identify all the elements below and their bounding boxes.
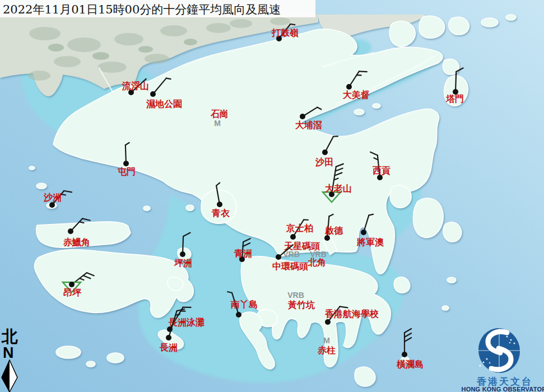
wind-barb-tick-half [290, 24, 295, 25]
station-dot [123, 161, 129, 166]
station-label-tsing-yi: 青衣 [211, 208, 230, 218]
station-label-tai-po-kau: 大埔滘 [295, 120, 322, 130]
station-dot [361, 230, 366, 235]
hko-logo-chinese: 香港天文台 [476, 376, 533, 387]
station-dot [322, 150, 328, 155]
station-label-kings-park: 京士柏 [286, 223, 313, 234]
station-label-hk-sea-school: 香港航海學校 [324, 309, 379, 319]
title-bar: 2022年11月01日15時00分的十分鐘平均風向及風速 [0, 0, 315, 17]
station-marker-vrb: VRB [287, 291, 304, 300]
station-label-green-island: 青洲 [234, 248, 252, 259]
station-label-chek-lap-kok: 赤鱲角 [63, 237, 90, 248]
station-label-lau-fau-shan: 流浮山 [122, 81, 149, 91]
station-label-peng-chau: 坪洲 [174, 258, 192, 268]
station-label-cheung-chau: 長洲 [159, 342, 178, 353]
station-label-wetland-park: 濕地公園 [146, 99, 182, 109]
station-label-kai-tak: 啟德 [324, 225, 343, 236]
station-dot [69, 282, 75, 287]
station-dot [180, 251, 185, 257]
landmass-tung-lung [394, 277, 410, 293]
compass-north-letter: N [3, 344, 14, 361]
station-marker-m: M [323, 336, 330, 345]
station-dot [324, 235, 330, 241]
station-dot [236, 312, 241, 318]
station-label-sha-chau: 沙洲 [43, 192, 62, 203]
hk-wind-map: 打鼓嶺流浮山濕地公園大美督塔門M石崗大埔滘沙田屯門西貢沙洲大老山青衣赤鱲角京士柏… [0, 0, 544, 392]
station-dot [49, 202, 55, 208]
compass-north-hanzi: 北 [1, 327, 18, 346]
station-label-waglan-island: 橫瀾島 [396, 359, 424, 370]
station-label-sai-kung: 西貢 [372, 165, 390, 176]
wind-barb-tick-half [61, 194, 66, 195]
station-label-central-pier: 中環碼頭 [272, 261, 308, 272]
wind-barb-tick-half [166, 78, 171, 79]
hko-wind-map-page: 打鼓嶺流浮山濕地公園大美督塔門M石崗大埔滘沙田屯門西貢沙洲大老山青衣赤鱲角京士柏… [0, 0, 544, 392]
wind-barb-staff [455, 72, 456, 92]
station-dot [402, 352, 407, 357]
station-label-ta-kwu-ling: 打鼓嶺 [271, 27, 299, 38]
station-label-wong-chuk-hang: 黃竹坑 [287, 300, 315, 310]
landmass-ma-wan [186, 205, 194, 211]
station-label-shek-kong: 石崗 [210, 109, 229, 119]
station-label-north-point: 北角 [308, 257, 326, 268]
station-label-tates-cairn: 大老山 [325, 183, 352, 194]
station-label-tuen-mun: 屯門 [117, 166, 136, 177]
station-label-tseung-kwan-o: 將軍澳 [356, 237, 384, 248]
station-label-tap-mun: 塔門 [445, 94, 464, 104]
station-dot [276, 254, 281, 260]
station-marker-m: M [214, 119, 221, 128]
map-title: 2022年11月01日15時00分的十分鐘平均風向及風速 [3, 3, 281, 16]
station-label-stanley: 赤柱 [317, 345, 336, 356]
station-north-point: VRB北角 [308, 250, 327, 268]
hko-logo-english: HONG KONG OBSERVATORY [462, 386, 544, 392]
station-dot [217, 202, 222, 207]
station-label-tai-mei-tuk: 大美督 [343, 90, 370, 100]
station-dot [166, 335, 171, 340]
station-dot [300, 114, 305, 119]
station-label-lamma-island: 南丫島 [230, 299, 258, 310]
landmass-po-toi [355, 367, 375, 386]
station-label-sha-tin: 沙田 [315, 157, 333, 167]
station-label-ngong-ping: 昂坪 [63, 287, 82, 298]
wind-barb-tick-full [359, 71, 367, 72]
station-dot [346, 84, 352, 90]
station-dot [150, 91, 156, 97]
station-dot [68, 228, 73, 234]
station-dot [325, 319, 331, 325]
station-dot [290, 234, 296, 240]
